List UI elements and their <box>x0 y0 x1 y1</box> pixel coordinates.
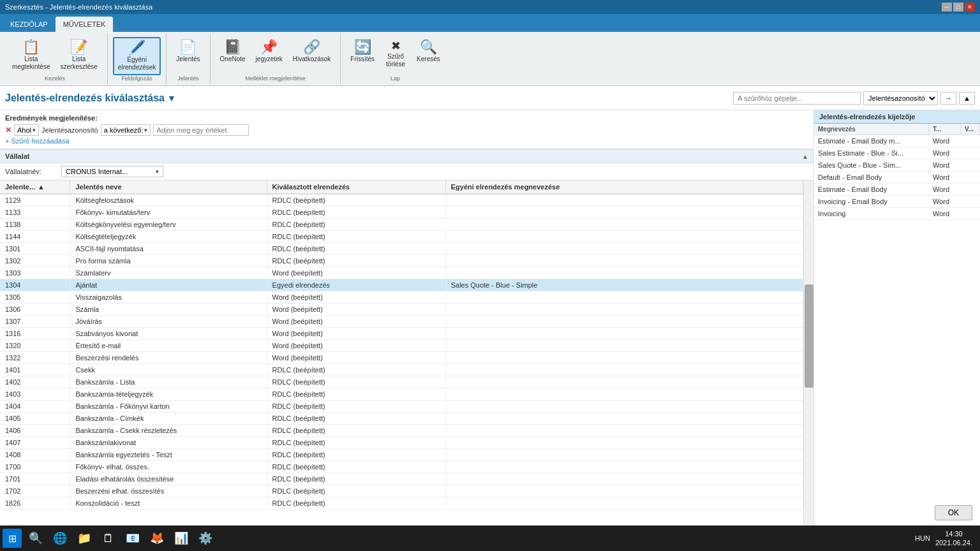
taskbar-settings-icon[interactable]: ⚙️ <box>194 527 217 550</box>
company-value-dropdown[interactable]: CRONUS Internat... ▾ <box>61 166 163 177</box>
table-row[interactable]: 1408 Bankszámla egyeztetés - Teszt RDLC … <box>0 449 803 461</box>
search-next-button[interactable]: → <box>940 92 956 105</box>
taskbar-mail-icon[interactable]: 📧 <box>121 527 144 550</box>
tab-kezdolap[interactable]: KEZDŐLAP <box>3 17 56 32</box>
table-row[interactable]: 1301 ASCII-fájl nyomtatása RDLC (beépíte… <box>0 243 803 255</box>
cell-id: 1322 <box>0 352 70 364</box>
table-row[interactable]: 1826 Konszolidáció - teszt RDLC (beépíte… <box>0 497 803 510</box>
right-panel-row[interactable]: Estimate - Email Body Word <box>814 184 980 196</box>
table-row[interactable]: 1316 Szabványos kivonat Word (beépített) <box>0 328 803 340</box>
right-panel-row[interactable]: Invoicing Word <box>814 208 980 220</box>
table-row[interactable]: 1138 Költségkönyvelési egyenleg/terv RDL… <box>0 219 803 231</box>
hivatkozasok-button[interactable]: 🔗 Hivatkozások <box>288 37 335 66</box>
szuro-torles-button[interactable]: ✖ Szűrőtörlése <box>380 37 411 71</box>
cell-layout: RDLC (beépített) <box>267 461 445 473</box>
table-row[interactable]: 1407 Bankszámlakivonat RDLC (beépített) <box>0 437 803 449</box>
taskbar-search-icon[interactable]: 🔍 <box>24 527 47 550</box>
table-row[interactable]: 1305 Visszaigazolás Word (beépített) <box>0 291 803 304</box>
filter-field-arrow-icon: ▾ <box>33 127 36 133</box>
cell-custom: Sales Quote - Blue - Simple <box>445 279 803 291</box>
egyeni-elrendezesek-icon: 🖊️ <box>128 41 145 55</box>
right-panel-row[interactable]: Sales Estimate - Blue - Si... Word <box>814 147 980 159</box>
table-row[interactable]: 1403 Bankszámla-tételjegyzék RDLC (beépí… <box>0 388 803 400</box>
right-panel-row[interactable]: Invoicing - Email Body Word <box>814 196 980 208</box>
filter-remove-icon[interactable]: ✕ <box>5 126 11 135</box>
table-row[interactable]: 1702 Beszerzési elhat. összesítés RDLC (… <box>0 485 803 497</box>
table-body: 1129 Költségfelosztások RDLC (beépített)… <box>0 194 803 510</box>
taskbar-browser-icon[interactable]: 🌐 <box>48 527 71 550</box>
search-collapse-button[interactable]: ▲ <box>959 92 975 105</box>
table-row[interactable]: 1302 Pro forma számla RDLC (beépített) <box>0 255 803 267</box>
taskbar-start-button[interactable]: ⊞ <box>3 529 22 548</box>
onenote-button[interactable]: 📓 OneNote <box>216 37 250 66</box>
cell-custom <box>445 255 803 267</box>
main-split: Eredmények megjelenítése: ✕ Ahol ▾ Jelen… <box>0 110 980 526</box>
table-row[interactable]: 1404 Bankszámla - Főkönyvi karton RDLC (… <box>0 400 803 413</box>
kereses-button[interactable]: 🔍 Keresés <box>412 37 445 66</box>
right-panel-row[interactable]: Default - Email Body Word <box>814 172 980 184</box>
maximize-button[interactable]: □ <box>953 3 963 11</box>
table-scrollbar[interactable] <box>803 180 813 526</box>
table-row[interactable]: 1320 Értesítő e-mail Word (beépített) <box>0 340 803 352</box>
table-row[interactable]: 1129 Költségfelosztások RDLC (beépített) <box>0 194 803 207</box>
cell-id: 1320 <box>0 340 70 352</box>
th-egyeni-elrendezes-neve[interactable]: Egyéni elrendezés megnevezése <box>445 180 803 194</box>
table-row[interactable]: 1406 Bankszámla - Csekk részletezés RDLC… <box>0 425 803 437</box>
taskbar-firefox-icon[interactable]: 🦊 <box>145 527 168 550</box>
filter-value-input[interactable] <box>153 124 249 136</box>
th-kivalasztott-elrendezes[interactable]: Kiválasztott elrendezés <box>267 180 445 194</box>
filter-field-dropdown[interactable]: Ahol ▾ <box>14 124 39 136</box>
company-section-header[interactable]: Vállalat ▲ <box>0 149 813 163</box>
lista-megtekintese-button[interactable]: 📋 Listamegtekintése <box>8 37 54 74</box>
taskbar-chart-icon[interactable]: 📊 <box>170 527 193 550</box>
table-row[interactable]: 1701 Eladási elhatárolás összesítése RDL… <box>0 473 803 485</box>
table-row[interactable]: 1306 Számla Word (beépített) <box>0 304 803 316</box>
jegyzetek-button[interactable]: 📌 jegyzetek <box>251 37 287 66</box>
table-row[interactable]: 1144 Költségtételjegyzék RDLC (beépített… <box>0 231 803 243</box>
th-jelentes-neve[interactable]: Jelentés neve <box>70 180 267 194</box>
cell-custom <box>445 388 803 400</box>
taskbar-notes-icon[interactable]: 🗒 <box>97 527 120 550</box>
search-input[interactable] <box>733 92 861 105</box>
table-row[interactable]: 1303 Számlaterv Word (beépített) <box>0 267 803 279</box>
filter-comparison-dropdown[interactable]: a következő: ▾ <box>101 124 151 136</box>
table-row[interactable]: 1405 Bankszámla - Címkék RDLC (beépített… <box>0 413 803 425</box>
table-scroll[interactable]: Jelente... ▲ Jelentés neve Kiválasztott … <box>0 180 803 526</box>
frissites-button[interactable]: 🔄 Frissítés <box>346 37 379 66</box>
frissites-icon: 🔄 <box>354 40 371 54</box>
egyeni-elrendezesek-button[interactable]: 🖊️ Egyénielrendezések <box>113 37 161 75</box>
table-row[interactable]: 1700 Főkönyv- elhat. összes. RDLC (beépí… <box>0 461 803 473</box>
cell-id: 1826 <box>0 497 70 510</box>
right-panel-row[interactable]: Sales Quote - Blue - Sim... Word <box>814 159 980 172</box>
lista-szerkesztese-button[interactable]: 📝 Listaszerkesztése <box>56 37 101 74</box>
cell-name: Pro forma számla <box>70 255 267 267</box>
cell-custom <box>445 473 803 485</box>
cell-layout: Word (beépített) <box>267 304 445 316</box>
table-row[interactable]: 1401 Csekk RDLC (beépített) <box>0 364 803 376</box>
tab-muveletek[interactable]: MŰVELETEK <box>56 17 114 32</box>
right-panel-row[interactable]: Estimate - Email Body m... Word <box>814 135 980 147</box>
cell-layout: RDLC (beépített) <box>267 243 445 255</box>
add-filter-button[interactable]: + Szűrő hozzáadása <box>5 137 808 145</box>
cell-custom <box>445 485 803 497</box>
ribbon-feldolgozas-buttons: 🖊️ Egyénielrendezések <box>113 34 161 75</box>
table-row[interactable]: 1322 Beszerzési rendelés Word (beépített… <box>0 352 803 364</box>
onenote-label: OneNote <box>220 55 246 63</box>
search-type-select[interactable]: Jelentésazonosító <box>863 91 938 105</box>
cell-id: 1307 <box>0 316 70 328</box>
rp-cell-ver <box>961 139 980 143</box>
cell-layout: Word (beépített) <box>267 316 445 328</box>
th-jelentes-id[interactable]: Jelente... ▲ <box>0 180 70 194</box>
minimize-button[interactable]: ─ <box>942 3 952 11</box>
ok-button[interactable]: OK <box>935 505 972 520</box>
jelentes-button[interactable]: 📄 Jelentés <box>172 37 204 66</box>
cell-name: Szabványos kivonat <box>70 328 267 340</box>
close-button[interactable]: ✕ <box>965 3 975 11</box>
table-row[interactable]: 1402 Bankszámla - Lista RDLC (beépített) <box>0 376 803 388</box>
page-title-dropdown-icon[interactable]: ▼ <box>167 93 176 103</box>
taskbar-folder-icon[interactable]: 📁 <box>73 527 96 550</box>
ribbon-lap-buttons: 🔄 Frissítés ✖ Szűrőtörlése 🔍 Keresés <box>346 34 444 75</box>
table-row[interactable]: 1133 Főkönyv- kimutatás/terv RDLC (beépí… <box>0 207 803 219</box>
table-row[interactable]: 1307 Jóváírás Word (beépített) <box>0 316 803 328</box>
table-row[interactable]: 1304 Ajánlat Egyedi elrendezés Sales Quo… <box>0 279 803 291</box>
